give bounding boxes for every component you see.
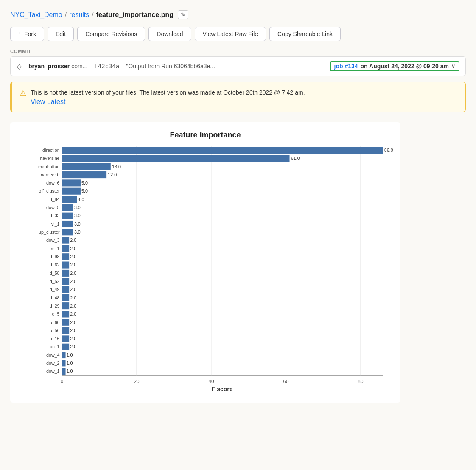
svg-text:3.0: 3.0 (74, 229, 81, 235)
svg-text:2.0: 2.0 (70, 271, 76, 276)
svg-rect-67 (62, 311, 69, 317)
view-latest-link[interactable]: View Latest (31, 98, 305, 106)
svg-text:0: 0 (61, 378, 64, 384)
compare-revisions-label: Compare Revisions (85, 31, 137, 37)
svg-text:p_60: p_60 (50, 320, 60, 325)
svg-text:vi_1: vi_1 (51, 221, 60, 227)
svg-rect-25 (62, 196, 77, 203)
svg-text:d_98: d_98 (50, 254, 60, 259)
download-button[interactable]: Download (148, 27, 191, 41)
svg-text:1.0: 1.0 (67, 369, 73, 374)
edit-button[interactable]: Edit (48, 27, 74, 41)
svg-rect-61 (62, 294, 69, 301)
svg-text:1.0: 1.0 (67, 361, 73, 366)
svg-rect-7 (62, 147, 383, 154)
svg-rect-85 (62, 360, 66, 366)
svg-text:d_33: d_33 (50, 213, 60, 218)
compare-revisions-button[interactable]: Compare Revisions (77, 27, 145, 41)
svg-text:d_29: d_29 (50, 303, 60, 308)
svg-text:named: 0: named: 0 (41, 172, 60, 177)
view-latest-raw-button[interactable]: View Latest Raw File (195, 27, 266, 41)
svg-text:2.0: 2.0 (70, 328, 76, 333)
fork-label: Fork (24, 31, 36, 37)
svg-text:2.0: 2.0 (70, 262, 76, 267)
chart-container: Feature importance 86.0 direction 61.0 h… (10, 122, 400, 403)
breadcrumb-sep2: / (92, 11, 93, 19)
svg-rect-88 (62, 368, 66, 375)
commit-job-selector[interactable]: job #134 on August 24, 2022 @ 09:20 am ∨ (330, 61, 459, 71)
svg-text:d_62: d_62 (50, 262, 60, 267)
svg-text:3.0: 3.0 (74, 205, 81, 210)
svg-text:dow_3: dow_3 (46, 238, 60, 243)
breadcrumb-file: feature_importance.png (96, 11, 174, 19)
svg-rect-31 (62, 213, 73, 219)
edit-label: Edit (56, 31, 66, 37)
svg-text:d_48: d_48 (50, 295, 60, 300)
svg-rect-79 (62, 344, 69, 350)
svg-text:5.0: 5.0 (81, 180, 88, 185)
svg-text:3.0: 3.0 (74, 221, 81, 227)
svg-text:up_cluster: up_cluster (39, 229, 60, 235)
breadcrumb-project[interactable]: NYC_Taxi_Demo (10, 11, 62, 19)
svg-text:60: 60 (283, 378, 289, 384)
commit-message: "Output from Run 63064bb6a3e... (126, 63, 323, 70)
svg-text:dow_4: dow_4 (46, 352, 60, 358)
commit-hash: f42c34a (94, 63, 119, 70)
svg-text:2.0: 2.0 (70, 344, 76, 349)
svg-rect-34 (62, 221, 73, 227)
commit-row: ◇ bryan_prosser com... f42c34a "Output f… (10, 56, 466, 76)
svg-text:40: 40 (208, 378, 214, 384)
svg-text:m_1: m_1 (51, 246, 60, 251)
svg-rect-37 (62, 229, 73, 235)
svg-text:d_49: d_49 (50, 287, 60, 292)
commit-label: COMMIT (10, 49, 466, 54)
svg-text:2.0: 2.0 (70, 287, 76, 292)
svg-rect-82 (62, 352, 66, 358)
svg-text:2.0: 2.0 (70, 303, 76, 308)
warning-message: This is not the latest version of your f… (31, 89, 305, 96)
breadcrumb-folder[interactable]: results (69, 11, 89, 19)
svg-text:4.0: 4.0 (78, 197, 84, 202)
svg-rect-55 (62, 278, 69, 285)
svg-text:2.0: 2.0 (70, 336, 76, 341)
fork-icon: ⑂ (18, 31, 22, 37)
copy-shareable-link-button[interactable]: Copy Shareable Link (269, 27, 341, 41)
warning-banner: ⚠ This is not the latest version of your… (10, 82, 466, 112)
svg-text:haversine: haversine (40, 156, 60, 161)
svg-rect-22 (62, 188, 81, 195)
fork-button[interactable]: ⑂ Fork (10, 27, 44, 41)
svg-text:20: 20 (134, 378, 140, 384)
svg-text:80: 80 (358, 378, 364, 384)
svg-text:2.0: 2.0 (70, 279, 76, 284)
svg-text:2.0: 2.0 (70, 254, 76, 259)
breadcrumb: NYC_Taxi_Demo / results / feature_import… (10, 10, 466, 19)
commit-job-number: job #134 (334, 63, 358, 70)
svg-text:61.0: 61.0 (291, 156, 300, 161)
svg-text:12.0: 12.0 (108, 172, 117, 177)
svg-text:3.0: 3.0 (74, 213, 81, 218)
svg-rect-43 (62, 245, 69, 252)
svg-rect-73 (62, 327, 69, 334)
svg-rect-16 (62, 171, 106, 178)
svg-text:F score: F score (212, 386, 233, 392)
svg-rect-76 (62, 335, 69, 342)
svg-rect-58 (62, 286, 69, 293)
svg-text:2.0: 2.0 (70, 295, 76, 300)
svg-text:pc_1: pc_1 (50, 344, 59, 349)
download-label: Download (157, 31, 183, 37)
edit-filename-button[interactable]: ✎ (178, 10, 188, 19)
svg-rect-19 (62, 179, 81, 186)
svg-rect-13 (62, 163, 111, 170)
svg-text:manhattan: manhattan (38, 164, 60, 169)
svg-text:2.0: 2.0 (70, 311, 76, 316)
commit-branch-icon: ◇ (17, 62, 22, 70)
svg-rect-28 (62, 204, 73, 211)
svg-text:2.0: 2.0 (70, 246, 76, 251)
warning-content: This is not the latest version of your f… (31, 88, 305, 106)
svg-text:86.0: 86.0 (384, 148, 393, 153)
copy-link-label: Copy Shareable Link (277, 31, 333, 37)
svg-text:2.0: 2.0 (70, 238, 76, 243)
svg-rect-49 (62, 262, 69, 269)
toolbar: ⑂ Fork Edit Compare Revisions Download V… (10, 27, 466, 41)
svg-rect-46 (62, 253, 69, 260)
